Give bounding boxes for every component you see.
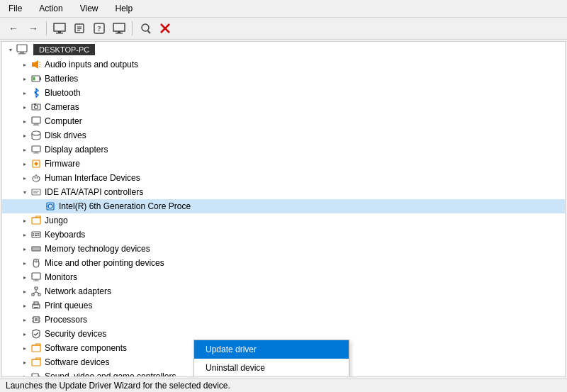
computer-label-item: Computer <box>45 116 82 126</box>
tree-item-security-devices[interactable]: Security devices <box>2 327 565 341</box>
tree-item-bluetooth[interactable]: Bluetooth <box>2 86 565 100</box>
tree-item-intel[interactable]: Intel(R) 6th Generation Core Proce Updat… <box>2 199 565 213</box>
hid-expand-icon[interactable] <box>19 172 30 184</box>
menu-action[interactable]: Action <box>35 2 67 15</box>
menu-file[interactable]: File <box>4 2 26 15</box>
properties-button[interactable] <box>70 20 89 37</box>
computer-icon <box>30 116 42 127</box>
jungo-expand-icon[interactable] <box>19 215 30 226</box>
svg-rect-69 <box>33 281 39 281</box>
context-menu: Update driver Uninstall device Scan for … <box>193 340 349 377</box>
software-components-label: Software components <box>45 343 127 353</box>
svg-point-43 <box>37 177 38 179</box>
display-expand-icon[interactable] <box>19 144 30 155</box>
tree-item-print-queues[interactable]: Print queues <box>2 298 565 313</box>
ide-expand-icon[interactable] <box>19 186 30 198</box>
tree-item-network-adapters[interactable]: Network adapters <box>2 284 565 298</box>
disk-drives-expand-icon[interactable] <box>19 130 30 141</box>
svg-point-29 <box>35 106 38 109</box>
help-button[interactable]: ? <box>90 20 108 37</box>
svg-rect-31 <box>32 117 40 123</box>
svg-rect-0 <box>54 23 65 31</box>
tree-item-keyboards[interactable]: Keyboards <box>2 228 565 242</box>
svg-rect-56 <box>33 235 35 237</box>
back-button[interactable]: ← <box>4 20 23 37</box>
tree-item-computer[interactable]: Computer <box>2 114 565 128</box>
ide-icon <box>30 186 42 198</box>
keyboards-expand-icon[interactable] <box>19 229 30 240</box>
bluetooth-expand-icon[interactable] <box>19 87 30 99</box>
computer-root-node[interactable]: DESKTOP-PC <box>2 42 565 57</box>
svg-rect-72 <box>38 293 40 296</box>
svg-rect-44 <box>32 189 40 195</box>
jungo-label: Jungo <box>45 215 68 225</box>
mice-expand-icon[interactable] <box>19 257 30 269</box>
tree-item-jungo[interactable]: Jungo <box>2 213 565 228</box>
computer-expand-icon[interactable] <box>19 116 30 127</box>
menu-view[interactable]: View <box>76 2 103 15</box>
uninstall-device-label: Uninstall device <box>206 363 265 373</box>
processors-icon <box>30 314 42 325</box>
tree-item-batteries[interactable]: Batteries <box>2 72 565 86</box>
monitors-expand-icon[interactable] <box>19 271 30 283</box>
memory-tech-expand-icon[interactable] <box>19 243 30 254</box>
sound-video-expand-icon[interactable] <box>19 371 30 377</box>
view-button[interactable] <box>110 20 128 37</box>
svg-rect-16 <box>17 45 27 52</box>
tree-item-display-adapters[interactable]: Display adapters <box>2 142 565 157</box>
svg-rect-53 <box>35 233 36 235</box>
root-expand-icon[interactable] <box>5 44 16 55</box>
tree-item-cameras[interactable]: Cameras <box>2 100 565 114</box>
show-hide-button[interactable] <box>50 20 69 37</box>
tree-item-processors[interactable]: Processors <box>2 313 565 327</box>
print-queues-icon <box>30 300 42 311</box>
svg-rect-32 <box>34 123 38 125</box>
disk-drives-label: Disk drives <box>45 130 86 140</box>
status-text: Launches the Update Driver Wizard for th… <box>6 381 230 391</box>
tree-item-ide-controllers[interactable]: IDE ATA/ATAPI controllers <box>2 185 565 199</box>
tree-item-monitors[interactable]: Monitors <box>2 270 565 284</box>
cameras-icon <box>30 101 42 113</box>
software-components-expand-icon[interactable] <box>19 342 30 354</box>
forward-button[interactable]: → <box>24 20 43 37</box>
status-bar: Launches the Update Driver Wizard for th… <box>0 379 567 392</box>
tree-item-firmware[interactable]: Firmware <box>2 157 565 171</box>
update-driver-label: Update driver <box>206 345 257 354</box>
context-menu-update-driver[interactable]: Update driver <box>194 340 349 359</box>
tree-item-hid[interactable]: Human Interface Devices <box>2 171 565 185</box>
menu-help[interactable]: Help <box>111 2 137 15</box>
audio-label: Audio inputs and outputs <box>45 60 138 69</box>
context-menu-uninstall-device[interactable]: Uninstall device <box>194 359 349 377</box>
firmware-label: Firmware <box>45 159 80 169</box>
print-queues-expand-icon[interactable] <box>19 300 30 311</box>
cameras-expand-icon[interactable] <box>19 101 30 113</box>
tree-item-mice[interactable]: Mice and other pointing devices <box>2 256 565 270</box>
network-expand-icon[interactable] <box>19 286 30 297</box>
svg-rect-71 <box>32 293 34 296</box>
processors-label: Processors <box>45 315 87 325</box>
security-expand-icon[interactable] <box>19 328 30 340</box>
memory-tech-icon <box>30 243 42 254</box>
software-devices-expand-icon[interactable] <box>19 357 30 368</box>
tree-item-audio[interactable]: Audio inputs and outputs <box>2 57 565 72</box>
svg-marker-90 <box>38 375 40 377</box>
delete-button[interactable] <box>156 20 174 37</box>
svg-rect-54 <box>37 233 38 235</box>
device-tree[interactable]: DESKTOP-PC Audio inputs and outputs Batt… <box>1 41 566 377</box>
svg-rect-36 <box>35 152 38 153</box>
svg-line-13 <box>148 31 151 34</box>
svg-rect-2 <box>56 33 63 34</box>
processors-expand-icon[interactable] <box>19 314 30 325</box>
sound-video-icon <box>30 371 42 377</box>
svg-line-75 <box>36 292 40 293</box>
tree-item-memory-tech[interactable]: Memory technology devices <box>2 242 565 256</box>
svg-rect-9 <box>113 23 125 31</box>
batteries-expand-icon[interactable] <box>19 73 30 84</box>
firmware-expand-icon[interactable] <box>19 158 30 169</box>
toolbar-sep-1 <box>46 21 47 35</box>
ide-controllers-label: IDE ATA/ATAPI controllers <box>45 187 143 197</box>
audio-expand-icon[interactable] <box>19 59 30 70</box>
tree-item-disk-drives[interactable]: Disk drives <box>2 128 565 142</box>
hid-icon <box>30 172 42 184</box>
scan-button[interactable] <box>136 20 155 37</box>
